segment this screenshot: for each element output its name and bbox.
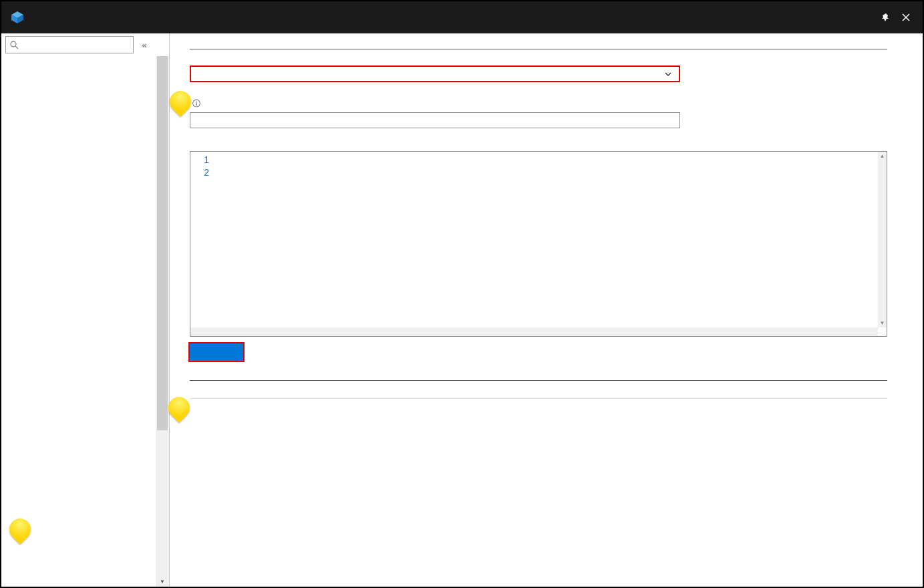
info-icon[interactable]: ⓘ <box>192 98 200 110</box>
svg-line-4 <box>15 46 18 49</box>
settings-heading <box>190 45 887 49</box>
svg-point-3 <box>11 41 16 47</box>
collapse-sidebar-button[interactable]: « <box>138 40 151 50</box>
blade-header <box>1 1 923 33</box>
payload-code[interactable] <box>214 152 887 336</box>
search-icon <box>10 41 19 49</box>
payload-vscroll[interactable]: ▲ ▼ <box>878 152 887 327</box>
result-table <box>190 393 887 420</box>
chevron-down-icon <box>664 70 672 78</box>
payload-hscroll[interactable] <box>190 327 878 336</box>
sidebar: « ▲ ▼ <box>1 33 170 587</box>
sidebar-scrollbar[interactable]: ▲ ▼ <box>156 56 169 587</box>
send-button[interactable] <box>190 343 243 361</box>
search-input[interactable] <box>5 36 134 53</box>
line-gutter: 12 <box>190 152 214 336</box>
scroll-thumb[interactable] <box>157 56 168 430</box>
scroll-down-icon[interactable]: ▼ <box>156 576 169 587</box>
hub-icon <box>8 8 27 27</box>
tag-expression-input[interactable] <box>190 112 680 128</box>
pin-icon[interactable] <box>881 13 891 22</box>
result-empty-message <box>190 399 887 420</box>
result-heading <box>190 377 887 381</box>
payload-editor[interactable]: 12 ▲ ▼ <box>190 151 887 337</box>
main-pane: ⓘ 12 ▲ ▼ <box>170 33 923 587</box>
close-icon[interactable] <box>901 13 911 22</box>
platforms-select[interactable] <box>190 65 680 82</box>
tag-expression-label: ⓘ <box>190 98 903 110</box>
